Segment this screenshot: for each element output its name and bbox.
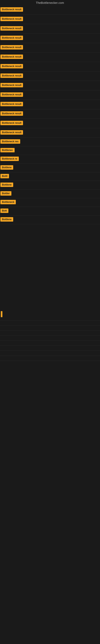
- empty-row-5: [0, 341, 100, 346]
- bottleneck-badge: Bottleneck result: [0, 92, 23, 97]
- list-item[interactable]: Bottleneck result: [0, 72, 100, 81]
- bottleneck-badge: Bottleneck result: [0, 36, 23, 40]
- bottleneck-badge: Bottleneck result: [0, 83, 23, 87]
- list-item[interactable]: Bottlene: [0, 216, 100, 224]
- empty-row-2: [0, 326, 100, 331]
- list-item[interactable]: Bottleneck result: [0, 5, 100, 15]
- empty-row-8: [0, 356, 100, 361]
- list-item[interactable]: Bottleneck re: [0, 155, 100, 164]
- empty-row-1: [0, 320, 100, 326]
- site-title: TheBottlenecker.com: [0, 0, 100, 5]
- bottom-section: [0, 305, 100, 361]
- bottleneck-badge: Bottleneck result: [0, 26, 23, 30]
- empty-row-7: [0, 351, 100, 356]
- bottleneck-badge: Bottleneck result: [0, 45, 23, 50]
- bottom-indicator-row: [0, 309, 100, 320]
- list-item[interactable]: Bottleneck result: [0, 90, 100, 100]
- bottleneck-badge: Bottleneck result: [0, 111, 23, 116]
- small-badge-indicator: [1, 311, 2, 317]
- bottleneck-badge: Bottleneck result: [0, 121, 23, 125]
- list-item[interactable]: Bottleneck result: [0, 43, 100, 52]
- bottleneck-badge: Bottlene: [0, 217, 13, 222]
- list-item[interactable]: Bottleneck result: [0, 100, 100, 109]
- bottleneck-badge: Bottlenec: [0, 148, 15, 152]
- list-item[interactable]: Bott: [0, 207, 100, 216]
- bottleneck-badge: Bottleneck result: [0, 102, 23, 106]
- list-item[interactable]: Bottleneck result: [0, 15, 100, 24]
- list-item[interactable]: Bottl: [0, 172, 100, 181]
- list-item[interactable]: Bottlene: [0, 164, 100, 172]
- bottleneck-badge: Bottleneck: [0, 200, 16, 204]
- site-title-bar: TheBottlenecker.com: [0, 0, 100, 5]
- list-item[interactable]: Bottleneck result: [0, 34, 100, 43]
- list-item[interactable]: Bottlenec: [0, 146, 100, 155]
- bottleneck-badge: Bottleneck result: [0, 130, 23, 135]
- list-item[interactable]: Bottler: [0, 190, 100, 198]
- bottleneck-badge: Bottleneck result: [0, 7, 23, 12]
- list-item[interactable]: Bottleneck result: [0, 24, 100, 34]
- bottleneck-badge: Bottl: [0, 174, 9, 178]
- list-item[interactable]: Bottleneck: [0, 198, 100, 207]
- bottleneck-badge: Bott: [0, 208, 8, 213]
- list-item[interactable]: Bottleneck res: [0, 138, 100, 146]
- list-item[interactable]: Bottleneck result: [0, 52, 100, 62]
- bottleneck-badge: Bottlene: [0, 182, 13, 187]
- empty-row-6: [0, 346, 100, 351]
- list-item[interactable]: Bottleneck result: [0, 119, 100, 128]
- bottleneck-badge: Bottleneck result: [0, 54, 23, 59]
- bottleneck-badge: Bottleneck result: [0, 64, 23, 68]
- bottleneck-badge: Bottlene: [0, 165, 13, 170]
- bottleneck-badge: Bottler: [0, 191, 11, 196]
- empty-row-4: [0, 336, 100, 341]
- bottleneck-badge: Bottleneck re: [0, 156, 19, 161]
- empty-section-2: [0, 256, 100, 280]
- bottleneck-badge: Bottleneck res: [0, 139, 20, 144]
- empty-section-1: [0, 224, 100, 256]
- empty-row-3: [0, 331, 100, 336]
- list-item[interactable]: Bottleneck result: [0, 128, 100, 138]
- bottleneck-list: Bottleneck result Bottleneck result Bott…: [0, 5, 100, 224]
- bottleneck-badge: Bottleneck result: [0, 74, 23, 78]
- list-item[interactable]: Bottleneck result: [0, 109, 100, 119]
- empty-section-3: [0, 280, 100, 305]
- list-item[interactable]: Bottlene: [0, 181, 100, 190]
- bottleneck-badge: Bottleneck result: [0, 17, 23, 21]
- list-item[interactable]: Bottleneck result: [0, 81, 100, 90]
- list-item[interactable]: Bottleneck result: [0, 62, 100, 72]
